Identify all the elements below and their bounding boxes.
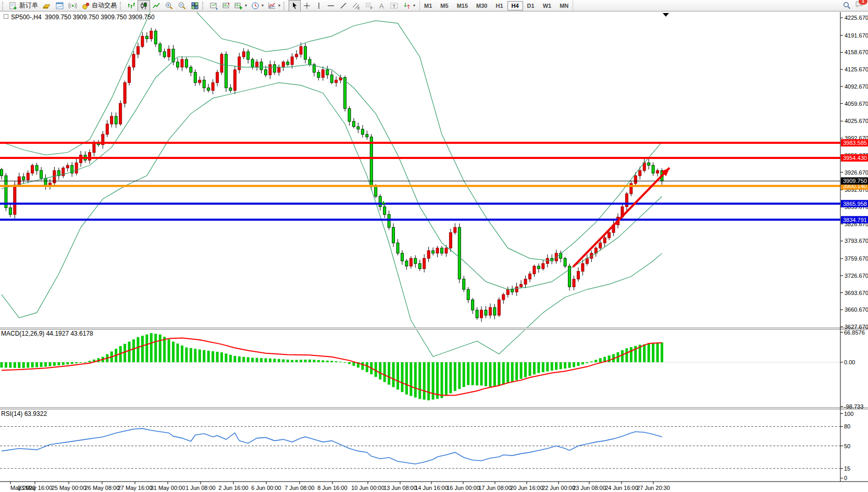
indicators-icon xyxy=(268,2,276,10)
bull-candle xyxy=(132,54,135,67)
bull-candle xyxy=(542,264,544,269)
macd-histogram-bar xyxy=(199,349,201,362)
chart-title: SP500-,H4 3909.750 3909.750 3909.750 390… xyxy=(4,14,155,21)
bull-candle xyxy=(634,176,637,183)
trendline-tool-button[interactable] xyxy=(337,0,350,11)
bull-candle xyxy=(89,152,91,160)
macd-histogram-bar xyxy=(586,362,588,363)
macd-histogram-bar xyxy=(260,358,263,362)
bar-chart-button[interactable] xyxy=(125,0,138,11)
timeframe-MN[interactable]: MN xyxy=(555,1,573,10)
macd-histogram-bar xyxy=(353,362,355,366)
horizontal-line-tool-button[interactable] xyxy=(325,0,337,11)
vertical-line-tool-button[interactable] xyxy=(313,0,325,11)
periods-button[interactable]: ▾ xyxy=(249,0,266,11)
macd-histogram-bar xyxy=(5,362,7,367)
macd-histogram-bar xyxy=(533,362,536,374)
autotrading-button[interactable]: 自动交易 xyxy=(79,0,119,11)
bear-candle xyxy=(185,59,188,67)
bear-candle xyxy=(361,129,364,134)
candlestick-chart-button[interactable] xyxy=(138,0,150,11)
macd-histogram-bar xyxy=(313,360,315,362)
bull-candle xyxy=(498,300,500,315)
text-label-tool-button[interactable]: T xyxy=(388,0,401,11)
search-icon[interactable] xyxy=(843,2,851,9)
bull-candle xyxy=(278,67,280,72)
bear-candle xyxy=(177,62,179,67)
bull-candle xyxy=(515,287,518,292)
crosshair-tool-button[interactable] xyxy=(301,0,313,11)
macd-histogram-bar xyxy=(661,342,663,362)
axis-label: 3909.750 xyxy=(843,178,867,184)
bull-candle xyxy=(110,116,113,124)
macd-histogram-bar xyxy=(388,362,390,385)
axis-label: 4025.670 xyxy=(845,118,868,124)
tile-windows-button[interactable] xyxy=(189,0,201,11)
timeframe-H4[interactable]: H4 xyxy=(507,1,523,10)
cursor-tool-button[interactable] xyxy=(289,0,301,11)
fibonacci-tool-button[interactable]: F xyxy=(363,0,376,11)
chart-shift-button[interactable] xyxy=(220,0,232,11)
chart-window[interactable]: 4225.6704191.6704158.6704125.6704092.670… xyxy=(0,12,868,492)
metaeditor-button[interactable] xyxy=(40,0,53,11)
axis-label: 23 May 16:00 xyxy=(18,485,53,491)
equidistant-channel-tool-button[interactable]: E xyxy=(350,0,363,11)
new-order-label: 新订单 xyxy=(19,1,38,10)
macd-histogram-bar xyxy=(568,362,571,368)
new-chart-button[interactable]: ▾ xyxy=(232,0,249,11)
new-order-button[interactable]: 新订单 xyxy=(7,0,40,11)
zoom-in-button[interactable] xyxy=(163,0,176,11)
macd-histogram-bar xyxy=(48,362,51,366)
bear-candle xyxy=(537,266,540,269)
bear-candle xyxy=(401,253,403,261)
arrow-objects-button[interactable]: ▾ xyxy=(401,0,417,11)
macd-histogram-bar xyxy=(89,361,91,362)
axis-label: 3660.670 xyxy=(845,306,868,313)
timeframe-M30[interactable]: M30 xyxy=(472,1,491,10)
bull-candle xyxy=(480,310,483,318)
timeframe-M15[interactable]: M15 xyxy=(453,1,472,10)
axis-label: 15 xyxy=(844,465,850,472)
line-chart-button[interactable] xyxy=(150,0,163,11)
axis-label: 3926.670 xyxy=(845,169,868,176)
market-chart-button[interactable] xyxy=(53,0,66,11)
bear-candle xyxy=(145,36,148,39)
signal-button[interactable] xyxy=(66,0,79,11)
bear-candle xyxy=(458,227,461,279)
auto-arrange-icon xyxy=(209,2,218,10)
macd-histogram-bar xyxy=(190,348,192,362)
macd-indicator-label: MACD(12,26,9) 44.1927 43.6178 xyxy=(1,330,93,337)
bear-candle xyxy=(388,214,390,227)
timeframe-D1[interactable]: D1 xyxy=(523,1,539,10)
axis-label: 0.00 xyxy=(844,359,855,365)
axis-label: 27 Jun 20:30 xyxy=(637,485,670,491)
bear-candle xyxy=(260,62,263,70)
axis-label: 10 Jun 00:00 xyxy=(351,485,385,491)
bear-candle xyxy=(375,186,377,196)
timeframe-W1[interactable]: W1 xyxy=(539,1,556,10)
macd-histogram-bar xyxy=(361,362,364,370)
svg-text:A: A xyxy=(379,2,384,10)
svg-text:T: T xyxy=(393,3,396,8)
equidistant-channel-icon: E xyxy=(352,2,361,10)
bear-candle xyxy=(22,177,25,180)
axis-label: 4225.670 xyxy=(845,15,868,21)
rsi-line xyxy=(2,428,662,464)
timeframe-M5[interactable]: M5 xyxy=(436,1,452,10)
candlestick-chart-icon xyxy=(140,2,148,10)
macd-histogram-bar xyxy=(269,359,271,362)
mt4-terminal-window: 新订单 自动交易 xyxy=(0,0,868,492)
timeframe-M1[interactable]: M1 xyxy=(420,1,436,10)
notifications-button[interactable]: 1 xyxy=(855,1,864,10)
bear-candle xyxy=(190,67,192,72)
text-tool-button[interactable]: A xyxy=(376,0,388,11)
macd-histogram-bar xyxy=(392,362,395,387)
zoom-out-button[interactable] xyxy=(176,0,189,11)
macd-histogram-bar xyxy=(35,362,38,367)
bull-candle xyxy=(656,170,659,173)
timeframe-H1[interactable]: H1 xyxy=(491,1,507,10)
indicators-button[interactable]: ▾ xyxy=(266,0,282,11)
dropdown-caret-icon: ▾ xyxy=(413,3,415,8)
auto-arrange-button[interactable] xyxy=(207,0,220,11)
chart-canvas[interactable]: 4225.6704191.6704158.6704125.6704092.670… xyxy=(0,12,868,492)
